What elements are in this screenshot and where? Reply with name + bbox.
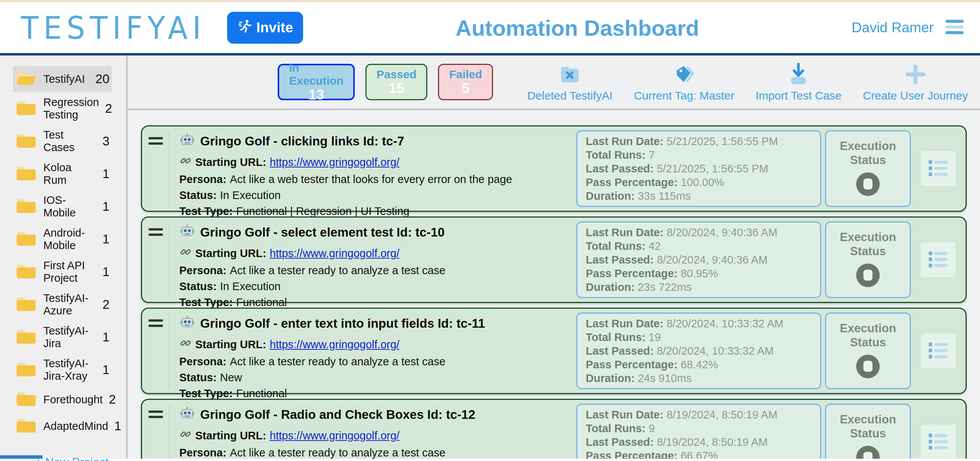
stop-icon [856,172,880,198]
test-steps-button[interactable] [921,242,956,277]
stat-label: Last Run Date: [586,135,663,147]
stat-value: 8/19/2024, 8:50:19 AM [667,409,778,421]
test-case-list: Gringo Golf - clicking links Id: tc-7 St… [127,110,980,459]
execution-status-button[interactable]: Execution Status [825,221,911,298]
stat-label: Last Passed: [586,345,654,357]
badge-label: Failed [449,68,482,81]
project-count: 2 [103,297,110,312]
badge-label: Passed [376,68,416,81]
create-user-journey-button[interactable]: Create User Journey [862,62,968,102]
sidebar-item-ios-mobile[interactable]: IOS-Mobile 1 [13,191,112,223]
starting-url-link[interactable]: https://www.gringogolf.org/ [270,429,399,442]
user-name[interactable]: David Ramer [852,20,934,36]
app-header: TESTIFYAI Invite Automation Dashboard Da… [0,2,980,56]
folder-icon [15,99,37,118]
starting-url-link[interactable]: https://www.gringogolf.org/ [270,156,399,169]
tag-icon [672,62,696,86]
stat-label: Total Runs: [586,422,645,434]
stat-value: 7 [648,149,654,161]
stat-label: Pass Percentage: [586,267,678,280]
folder-icon [15,164,37,183]
sidebar-item-koloa-rum[interactable]: Koloa Rum 1 [13,158,112,190]
page-title: Automation Dashboard [303,15,852,41]
field-label: Status: [179,280,216,293]
field-label: Starting URL: [195,156,266,169]
test-type-value: Functional [236,387,287,400]
execution-status-label: Execution Status [836,139,900,167]
stat-label: Last Run Date: [586,226,663,238]
badge-count: 5 [462,81,470,96]
execution-status-button[interactable]: Execution Status [825,313,911,389]
stat-label: Total Runs: [586,331,645,343]
project-count: 1 [103,265,110,279]
link-icon [179,246,192,261]
badge-count: 15 [388,81,404,96]
test-steps-button[interactable] [921,424,956,459]
sidebar-item-testifyai-jira[interactable]: TestifyAI-Jira 1 [13,321,112,353]
current-tag-button[interactable]: Current Tag: Master [634,62,735,102]
list-icon [926,156,950,181]
link-icon [179,337,192,352]
sidebar-item-first-api-project[interactable]: First API Project 1 [13,256,112,288]
status-value: In Execution [220,280,281,293]
sidebar-item-testifyai[interactable]: TestifyAI 20 [13,66,112,92]
stat-value: 8/20/2024, 10:33:32 AM [657,345,774,357]
stop-icon [856,263,880,289]
folder-icon [15,416,37,436]
invite-label: Invite [256,20,293,36]
stat-value: 80.95% [681,267,718,280]
drag-handle-icon[interactable] [148,320,163,393]
stat-label: Last Passed: [586,254,654,266]
sidebar-item-forethought[interactable]: Forethought 2 [13,386,112,412]
folder-icon [15,328,37,347]
test-steps-button[interactable] [921,151,956,186]
stat-value: 42 [648,240,660,252]
passed-badge[interactable]: Passed 15 [366,64,427,100]
execution-status-button[interactable]: Execution Status [825,130,911,207]
stat-label: Pass Percentage: [586,450,678,459]
starting-url-link[interactable]: https://www.gringogolf.org/ [270,339,399,351]
sidebar-item-regression-testing[interactable]: Regression Testing 2 [13,93,112,124]
stat-value: 23s 722ms [638,281,692,293]
sidebar-item-android-mobile[interactable]: Android-Mobile 1 [13,223,112,255]
sidebar-item-test-cases[interactable]: Test Cases 3 [13,125,112,157]
drag-handle-icon[interactable] [148,228,163,302]
test-case-title: Gringo Golf - enter text into input fiel… [200,316,485,331]
project-count: 1 [103,362,110,377]
execution-status-label: Execution Status [836,412,900,440]
link-icon [179,428,192,443]
sidebar-item-adaptedmind[interactable]: AdaptedMind 1 [13,413,112,439]
stat-value: 68.42% [681,358,718,370]
open-folder-icon [15,70,37,89]
sidebar-item-testifyai-jira-xray[interactable]: TestifyAI-Jira-Xray 1 [13,354,112,386]
drag-handle-icon[interactable] [148,410,163,459]
project-name: AdaptedMind [43,420,108,432]
drag-handle-icon[interactable] [148,137,163,211]
test-case-card: Gringo Golf - clicking links Id: tc-7 St… [141,125,967,212]
stat-value: 5/21/2025, 1:56:55 PM [657,162,768,175]
field-label: Persona: [179,447,226,459]
project-name: TestifyAI-Jira [43,325,97,350]
deleted-testifyai-button[interactable]: Deleted TestifyAI [527,62,612,102]
in-execution-badge[interactable]: In Execution 13 [278,64,355,100]
folder-icon [15,132,37,151]
invite-button[interactable]: Invite [227,12,303,44]
test-steps-button[interactable] [921,334,956,368]
stat-label: Last Run Date: [586,409,663,421]
import-test-case-button[interactable]: Import Test Case [756,62,842,102]
scrollbar-thumb[interactable] [0,455,43,459]
sidebar-item-testifyai-azure[interactable]: TestifyAI-Azure 2 [13,289,112,321]
starting-url-link[interactable]: https://www.gringogolf.org/ [270,247,399,260]
project-name: TestifyAI-Azure [43,292,97,317]
project-count: 1 [103,199,110,214]
run-stats-panel: Last Run Date: 8/20/2024, 10:33:32 AM To… [576,313,821,389]
list-icon [926,339,950,363]
execution-status-label: Execution Status [836,321,900,349]
stat-label: Pass Percentage: [586,358,678,370]
stat-value: 24s 910ms [638,372,692,384]
field-label: Status: [179,371,216,384]
hamburger-menu-icon[interactable] [943,18,966,37]
execution-status-button[interactable]: Execution Status [825,404,911,459]
failed-badge[interactable]: Failed 5 [438,64,493,100]
folder-icon [15,295,37,314]
